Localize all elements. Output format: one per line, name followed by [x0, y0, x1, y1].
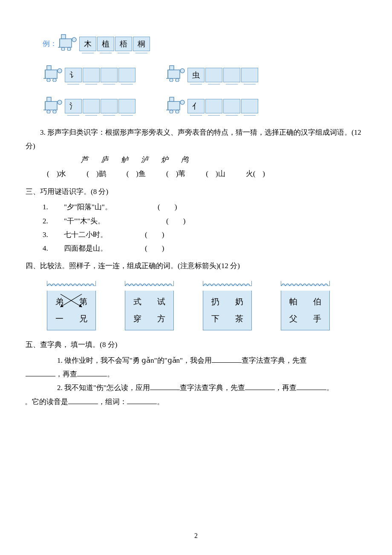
train-engine-icon — [43, 95, 64, 118]
train-car-radical: 讠 — [65, 68, 82, 82]
train-engine-icon — [57, 32, 78, 55]
char: 弟 — [55, 294, 63, 309]
riddle-row: 3. 七十二小时。 ( ) — [43, 228, 366, 242]
char: 伯 — [313, 294, 321, 309]
blank[interactable] — [77, 369, 107, 376]
riddle-paren[interactable]: ( ) — [145, 242, 164, 255]
tearoff-edge-icon — [203, 281, 252, 286]
svg-point-13 — [176, 78, 179, 82]
riddle-row: 4. 四面都是山。 ( ) — [43, 242, 366, 255]
train-engine-icon — [43, 63, 64, 87]
train-car: 桐 — [133, 37, 150, 51]
train-car-blank[interactable] — [241, 99, 258, 113]
svg-point-19 — [58, 100, 62, 104]
train-car-blank[interactable] — [205, 68, 222, 82]
riddle-paren[interactable]: ( ) — [158, 200, 177, 214]
char: 奶 — [235, 294, 243, 309]
svg-point-23 — [176, 110, 179, 113]
q3-text: 3. 形声字归类识字：根据形声字形旁表义、声旁表音的特点，猜一猜，选择正确的汉字… — [26, 126, 366, 153]
fill-blank[interactable]: ( )山 — [206, 167, 225, 181]
char: 一 — [55, 311, 63, 327]
train-row-2: 氵 亻 — [43, 95, 366, 118]
tearoff-edge-icon — [281, 281, 330, 286]
riddle-num: 2. — [43, 214, 64, 228]
blank[interactable] — [212, 356, 242, 363]
train-row-1: 讠 虫 — [43, 63, 366, 87]
svg-point-3 — [67, 47, 71, 51]
svg-rect-6 — [47, 66, 51, 70]
svg-rect-5 — [45, 70, 57, 78]
fill-blank[interactable]: ( )苇 — [166, 167, 185, 181]
char: 茶 — [235, 311, 243, 327]
example-label: 例： — [43, 37, 57, 51]
blank[interactable] — [150, 383, 180, 390]
tearoff-box[interactable]: 扔奶 下茶 — [203, 277, 252, 330]
q3-options: 芦庐鲈泸炉鸬 — [81, 153, 366, 167]
train-car-blank[interactable] — [83, 68, 100, 82]
riddle-paren[interactable]: ( ) — [166, 214, 185, 228]
riddle-row: 1. "夕"阳落"山"。 ( ) — [43, 200, 366, 214]
riddle-num: 1. — [43, 200, 64, 214]
svg-point-12 — [170, 78, 173, 82]
riddle-paren[interactable]: ( ) — [145, 228, 164, 242]
svg-rect-21 — [170, 97, 174, 101]
fill-blank[interactable]: ( )鹚 — [86, 167, 106, 181]
train-group-left: 讠 — [43, 63, 135, 87]
riddle-text: 四面都是山。 — [64, 242, 145, 255]
fill-blank[interactable]: ( )水 — [47, 167, 66, 181]
example-train-row: 例： 木 植 梧 桐 — [43, 32, 366, 55]
svg-rect-0 — [60, 39, 72, 47]
char: 手 — [313, 311, 321, 327]
train-car-blank[interactable] — [118, 99, 135, 113]
char: 穿 — [133, 311, 141, 327]
text: 。 — [107, 370, 114, 378]
train-engine-icon — [165, 63, 187, 87]
train-engine-icon — [165, 95, 187, 118]
train-car-blank[interactable] — [83, 99, 100, 113]
text: 查字法查字典，先查 — [242, 356, 307, 364]
blank[interactable] — [26, 369, 55, 376]
train-car-blank[interactable] — [223, 68, 240, 82]
tearoff-row: 弟第 一兄 式试 穿方 扔奶 下茶 帕伯 父手 — [47, 277, 366, 330]
riddle-text: "夕"阳落"山"。 — [64, 200, 158, 214]
char: 帕 — [289, 294, 297, 309]
text: 1. 做作业时，我不会写"勇 ɡǎn"的"ɡǎn"，我会用 — [57, 356, 212, 364]
train-car-radical: 虫 — [187, 68, 205, 82]
svg-point-8 — [53, 78, 56, 82]
train-car-blank[interactable] — [118, 68, 135, 82]
train-car-blank[interactable] — [223, 99, 240, 113]
svg-point-7 — [47, 78, 50, 82]
svg-point-22 — [170, 110, 173, 113]
s5-q1-cont: ，再查。 — [26, 367, 366, 381]
svg-point-2 — [61, 47, 65, 51]
blank[interactable] — [245, 383, 275, 390]
train-car: 木 — [79, 37, 96, 51]
train-car-blank[interactable] — [241, 68, 258, 82]
train-group-right: 亻 — [165, 95, 258, 118]
train-car-blank[interactable] — [205, 99, 222, 113]
svg-rect-10 — [168, 70, 180, 78]
page-number: 2 — [0, 529, 392, 542]
char: 父 — [289, 311, 297, 327]
tearoff-box[interactable]: 弟第 一兄 — [47, 277, 96, 330]
train-car-blank[interactable] — [101, 68, 118, 82]
text: 。 — [157, 398, 164, 406]
blank[interactable] — [68, 397, 98, 404]
svg-point-4 — [72, 38, 76, 42]
blank[interactable] — [127, 397, 157, 404]
svg-rect-20 — [168, 101, 180, 110]
text: 查字法查字典，先查 — [180, 384, 245, 392]
train-car: 梧 — [115, 37, 132, 51]
char: 式 — [133, 294, 141, 309]
train-car-blank[interactable] — [101, 99, 118, 113]
fill-blank[interactable]: 火( ) — [246, 167, 265, 181]
svg-point-9 — [58, 69, 62, 73]
tearoff-box[interactable]: 式试 穿方 — [125, 277, 174, 330]
char: 第 — [79, 294, 87, 309]
riddle-text: "干""木"头。 — [64, 214, 158, 228]
tearoff-box[interactable]: 帕伯 父手 — [281, 277, 330, 330]
svg-rect-1 — [61, 35, 66, 39]
blank[interactable] — [297, 383, 326, 390]
char: 下 — [211, 311, 219, 327]
fill-blank[interactable]: ( )鱼 — [127, 167, 146, 181]
